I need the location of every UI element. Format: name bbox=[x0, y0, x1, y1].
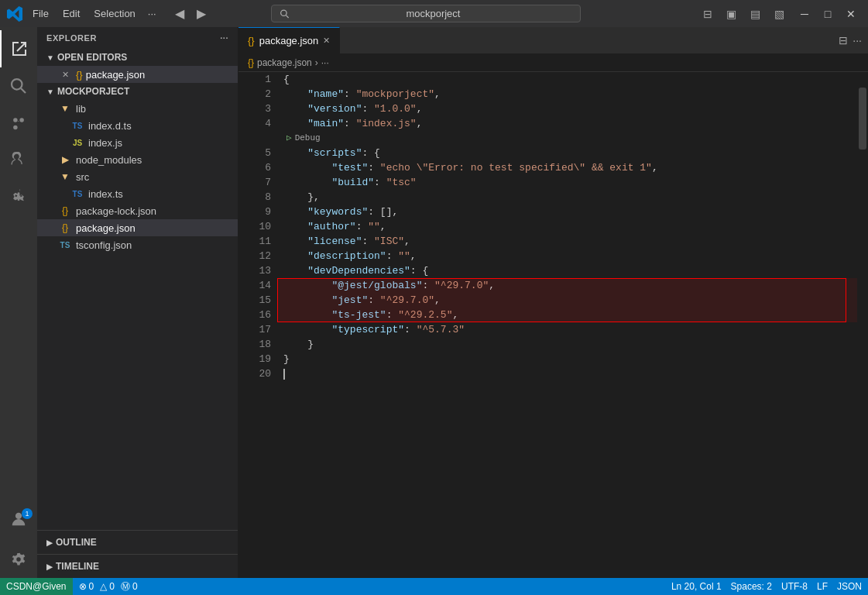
more-actions-icon[interactable]: ··· bbox=[853, 34, 862, 46]
status-info[interactable]: Ⓜ 0 bbox=[121, 580, 138, 593]
nav-back-button[interactable]: ◀ bbox=[170, 5, 189, 22]
activity-extensions[interactable] bbox=[0, 179, 37, 216]
code-line[interactable]: "ts-jest": "^29.2.5", bbox=[277, 308, 857, 322]
project-header[interactable]: ▼ MOCKPORJECT bbox=[37, 83, 238, 100]
code-content-wrapper[interactable]: { "name": "mockporject", "version": "1.0… bbox=[277, 72, 857, 381]
code-content[interactable]: { "name": "mockporject", "version": "1.0… bbox=[277, 72, 857, 381]
line-number: 5 bbox=[238, 146, 271, 160]
folder-node-modules[interactable]: ▶ node_modules bbox=[37, 151, 238, 168]
titlebar: File Edit Selection ··· ◀ ▶ ⊟ ▣ ▤ ▧ ─ □ … bbox=[0, 0, 868, 27]
status-errors[interactable]: ⊗ 0 bbox=[79, 581, 94, 592]
minimize-button[interactable]: ─ bbox=[794, 3, 815, 25]
code-token: "" bbox=[398, 249, 410, 263]
file-index-js[interactable]: JS index.js bbox=[37, 134, 238, 151]
status-encoding[interactable]: UTF-8 bbox=[781, 581, 808, 592]
file-package-json-label: package.json bbox=[76, 222, 136, 234]
layout-button[interactable]: ▣ bbox=[722, 6, 741, 22]
code-line[interactable]: }, bbox=[277, 190, 857, 205]
code-editor[interactable]: 1234.567891011121314151617181920 { "name… bbox=[238, 72, 868, 381]
code-token: : bbox=[362, 101, 374, 116]
code-line[interactable]: "keywords": [], bbox=[277, 205, 857, 219]
file-package-json[interactable]: {} package.json bbox=[37, 219, 238, 236]
activity-scm[interactable] bbox=[0, 105, 37, 142]
code-token: "devDependencies" bbox=[307, 263, 410, 278]
status-remote[interactable]: CSDN@Given bbox=[0, 578, 73, 595]
code-line[interactable]: } bbox=[277, 337, 857, 352]
nav-buttons: ◀ ▶ bbox=[170, 5, 211, 22]
panel-button[interactable]: ▤ bbox=[746, 6, 765, 22]
sidebar-toggle-button[interactable]: ▧ bbox=[770, 6, 789, 22]
activity-debug[interactable] bbox=[0, 142, 37, 179]
tab-package-json[interactable]: {} package.json ✕ bbox=[238, 27, 340, 54]
menu-edit[interactable]: Edit bbox=[57, 5, 86, 22]
debug-icon bbox=[10, 152, 27, 169]
editor-wrapper[interactable]: 1234.567891011121314151617181920 { "name… bbox=[238, 72, 868, 578]
nav-forward-button[interactable]: ▶ bbox=[192, 5, 211, 22]
vertical-scrollbar[interactable] bbox=[857, 72, 868, 381]
timeline-header[interactable]: ▶ TIMELINE bbox=[37, 558, 238, 575]
activity-accounts[interactable]: 1 bbox=[0, 504, 37, 541]
file-index-dts[interactable]: TS index.d.ts bbox=[37, 117, 238, 134]
close-file-icon[interactable]: ✕ bbox=[59, 70, 71, 80]
search-bar[interactable] bbox=[271, 5, 581, 22]
outline-header[interactable]: ▶ OUTLINE bbox=[37, 534, 238, 551]
code-line[interactable]: "devDependencies": { bbox=[277, 263, 857, 278]
code-token bbox=[283, 146, 307, 160]
folder-src[interactable]: ▼ src bbox=[37, 168, 238, 185]
code-token bbox=[283, 322, 331, 337]
open-editor-package-json[interactable]: ✕ {} package.json bbox=[37, 66, 238, 83]
activity-explorer[interactable] bbox=[0, 30, 37, 67]
activity-bar: 1 bbox=[0, 27, 37, 578]
tab-close-button[interactable]: ✕ bbox=[323, 36, 330, 46]
file-tsconfig-json[interactable]: TS tsconfig.json bbox=[37, 236, 238, 253]
maximize-button[interactable]: □ bbox=[817, 3, 839, 25]
code-line[interactable]: "license": "ISC", bbox=[277, 234, 857, 249]
code-line[interactable]: { bbox=[277, 72, 857, 87]
code-line[interactable]: "@jest/globals": "^29.7.0", bbox=[277, 278, 857, 293]
code-token: } bbox=[283, 337, 314, 352]
code-line[interactable]: "build": "tsc" bbox=[277, 175, 857, 190]
titlebar-menu: File Edit Selection ··· bbox=[26, 5, 161, 22]
file-package-lock-json[interactable]: {} package-lock.json bbox=[37, 202, 238, 219]
sidebar-menu-button[interactable]: ··· bbox=[220, 33, 228, 43]
errors-count: 0 bbox=[89, 581, 94, 592]
code-token: "^29.2.5" bbox=[398, 308, 452, 322]
code-line[interactable] bbox=[277, 366, 857, 381]
search-sidebar-icon bbox=[9, 77, 28, 95]
code-token: , bbox=[434, 293, 441, 308]
menu-selection[interactable]: Selection bbox=[87, 5, 141, 22]
code-line[interactable]: "main": "index.js", bbox=[277, 116, 857, 131]
activity-settings[interactable] bbox=[0, 541, 37, 578]
status-language[interactable]: JSON bbox=[837, 581, 862, 592]
close-button[interactable]: ✕ bbox=[840, 3, 862, 25]
scrollbar-thumb[interactable] bbox=[859, 88, 866, 150]
tab-bar: {} package.json ✕ ⊟ ··· bbox=[238, 27, 868, 54]
search-input[interactable] bbox=[294, 8, 572, 19]
code-line[interactable]: "test": "echo \"Error: no test specified… bbox=[277, 160, 857, 175]
status-eol[interactable]: LF bbox=[817, 581, 828, 592]
code-line[interactable]: } bbox=[277, 352, 857, 366]
status-warnings[interactable]: △ 0 bbox=[100, 581, 115, 592]
status-position[interactable]: Ln 20, Col 1 bbox=[671, 581, 722, 592]
menu-file[interactable]: File bbox=[26, 5, 55, 22]
code-line[interactable]: "typescript": "^5.7.3" bbox=[277, 322, 857, 337]
status-spaces[interactable]: Spaces: 2 bbox=[731, 581, 772, 592]
code-line[interactable]: "jest": "^29.7.0", bbox=[277, 293, 857, 308]
layout-split-button[interactable]: ⊟ bbox=[698, 6, 717, 22]
menu-more[interactable]: ··· bbox=[143, 5, 161, 22]
timeline-section: ▶ TIMELINE bbox=[37, 554, 238, 578]
activity-search[interactable] bbox=[0, 67, 37, 105]
code-line[interactable]: "description": "", bbox=[277, 249, 857, 263]
warnings-icon: △ bbox=[100, 581, 107, 592]
code-line[interactable]: "author": "", bbox=[277, 219, 857, 234]
code-token: "description" bbox=[307, 249, 386, 263]
split-editor-icon[interactable]: ⊟ bbox=[839, 34, 848, 46]
code-line[interactable]: "scripts": { bbox=[277, 146, 857, 160]
js-file-icon: JS bbox=[71, 139, 84, 147]
code-line[interactable]: "version": "1.0.0", bbox=[277, 101, 857, 116]
code-line[interactable]: "name": "mockporject", bbox=[277, 87, 857, 101]
svg-point-0 bbox=[280, 10, 286, 15]
folder-lib[interactable]: ▼ lib bbox=[37, 100, 238, 117]
file-src-index-ts[interactable]: TS index.ts bbox=[37, 185, 238, 202]
open-editors-header[interactable]: ▼ OPEN EDITORS bbox=[37, 49, 238, 66]
